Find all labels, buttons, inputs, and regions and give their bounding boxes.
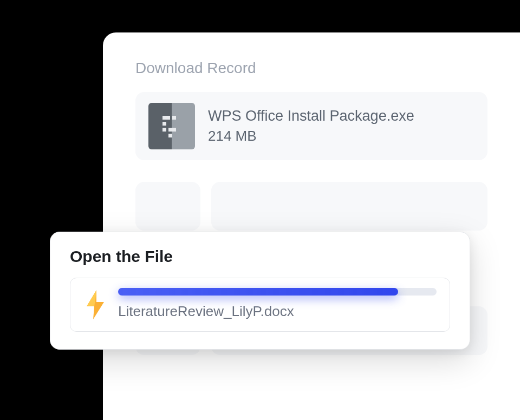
open-file-card: Open the File LiteratureReview_LilyP.doc… bbox=[50, 232, 470, 350]
file-content: LiteratureReview_LilyP.docx bbox=[118, 288, 437, 320]
open-file-title: Open the File bbox=[70, 247, 450, 266]
file-row[interactable]: LiteratureReview_LilyP.docx bbox=[70, 278, 450, 332]
progress-bar bbox=[118, 288, 437, 296]
download-item[interactable]: WPS Office Install Package.exe 214 MB bbox=[135, 92, 487, 160]
placeholder-row-1 bbox=[135, 182, 487, 231]
download-record-panel: Download Record WPS Office Install Packa… bbox=[103, 32, 520, 420]
open-file-filename: LiteratureReview_LilyP.docx bbox=[118, 303, 437, 320]
placeholder-item bbox=[211, 182, 487, 231]
download-info: WPS Office Install Package.exe 214 MB bbox=[208, 108, 414, 145]
progress-bar-fill bbox=[118, 288, 398, 296]
panel-title: Download Record bbox=[135, 60, 487, 77]
lightning-icon bbox=[83, 289, 107, 320]
placeholder-item bbox=[135, 182, 200, 231]
exe-file-icon bbox=[148, 103, 195, 149]
download-size: 214 MB bbox=[208, 128, 414, 145]
download-filename: WPS Office Install Package.exe bbox=[208, 108, 414, 124]
